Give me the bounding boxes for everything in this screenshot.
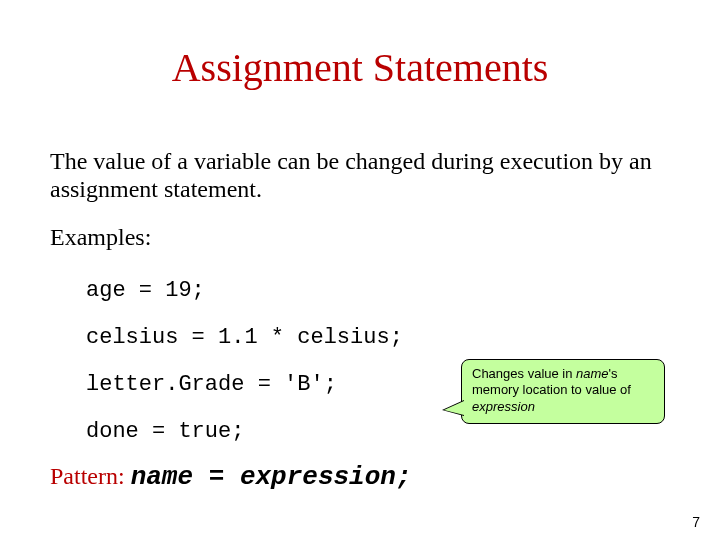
pattern-label: Pattern: — [50, 463, 125, 489]
pattern-expr: expression — [240, 462, 396, 492]
examples-heading: Examples: — [50, 224, 151, 251]
intro-text: The value of a variable can be changed d… — [50, 148, 660, 203]
pattern-line: Pattern: name = expression; — [50, 462, 412, 492]
pattern-eq: = — [193, 462, 240, 492]
pattern-end: ; — [396, 462, 412, 492]
page-number: 7 — [692, 514, 700, 530]
code-example-1: age = 19; — [86, 278, 205, 303]
code-example-4: done = true; — [86, 419, 244, 444]
callout-box: Changes value in name's memory location … — [461, 359, 665, 424]
code-example-2: celsius = 1.1 * celsius; — [86, 325, 403, 350]
callout-name-word: name — [576, 366, 609, 381]
callout-expr-word: expression — [472, 399, 535, 414]
code-example-3: letter.Grade = 'B'; — [86, 372, 337, 397]
pattern-name: name — [131, 462, 193, 492]
page-title: Assignment Statements — [0, 44, 720, 91]
callout-text-1: Changes value in — [472, 366, 576, 381]
